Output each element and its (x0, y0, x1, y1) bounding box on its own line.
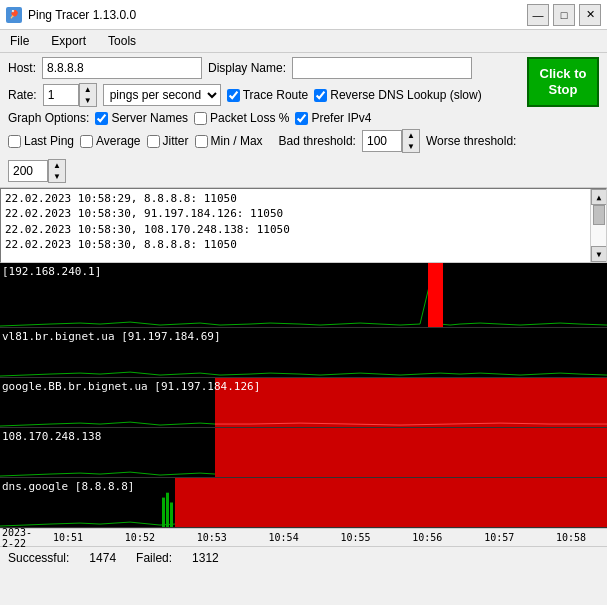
log-line-3: 22.02.2023 10:58:30, 8.8.8.8: 11050 (5, 237, 602, 252)
chart-label-3: 108.170.248.138 (2, 430, 101, 443)
chart-container: [192.168.240.1] vl81.br.bignet.ua [91.19… (0, 263, 607, 528)
rate-up-button[interactable]: ▲ (80, 84, 96, 95)
stop-button[interactable]: Click to Stop (527, 57, 599, 107)
bad-threshold-input[interactable] (362, 130, 402, 152)
worse-threshold-input[interactable] (8, 160, 48, 182)
trace-route-checkbox[interactable] (227, 89, 240, 102)
jitter-label[interactable]: Jitter (163, 134, 189, 148)
successful-label: Successful: (8, 551, 69, 565)
time-label-7: 10:58 (535, 532, 607, 543)
rate-label: Rate: (8, 88, 37, 102)
graph-options-label: Graph Options: (8, 111, 89, 125)
log-scroll-up[interactable]: ▲ (591, 189, 607, 205)
title-bar: 🏓 Ping Tracer 1.13.0.0 — □ ✕ (0, 0, 607, 30)
log-line-0: 22.02.2023 10:58:29, 8.8.8.8: 11050 (5, 191, 602, 206)
log-area[interactable]: 22.02.2023 10:58:29, 8.8.8.8: 11050 22.0… (0, 188, 607, 263)
svg-rect-2 (215, 378, 607, 427)
worse-threshold-up[interactable]: ▲ (49, 160, 65, 171)
host-label: Host: (8, 61, 36, 75)
reverse-dns-checkbox-wrap: Reverse DNS Lookup (slow) (314, 88, 481, 102)
controls-area: Host: Display Name: Rate: ▲ ▼ pings per … (0, 53, 607, 188)
last-ping-label[interactable]: Last Ping (24, 134, 74, 148)
packet-loss-label[interactable]: Packet Loss % (210, 111, 289, 125)
rate-spinner: ▲ ▼ (43, 83, 97, 107)
title-controls: — □ ✕ (527, 4, 601, 26)
svg-rect-9 (175, 478, 607, 527)
svg-rect-4 (215, 428, 607, 477)
worse-threshold-down[interactable]: ▼ (49, 171, 65, 182)
log-scroll-thumb[interactable] (593, 205, 605, 225)
close-button[interactable]: ✕ (579, 4, 601, 26)
svg-rect-7 (166, 493, 169, 527)
chart-row-2: google.BB.br.bignet.ua [91.197.184.126] (0, 378, 607, 428)
rate-down-button[interactable]: ▼ (80, 95, 96, 106)
svg-rect-8 (170, 503, 173, 528)
bad-threshold-down[interactable]: ▼ (403, 141, 419, 152)
host-input[interactable] (42, 57, 202, 79)
display-name-input[interactable] (292, 57, 472, 79)
trace-route-checkbox-wrap: Trace Route (227, 88, 309, 102)
failed-label: Failed: (136, 551, 172, 565)
packet-loss-checkbox[interactable] (194, 112, 207, 125)
worse-threshold-label: Worse threshold: (426, 134, 517, 148)
time-label-6: 10:57 (463, 532, 535, 543)
time-start-label: 2023-2-22 (0, 527, 32, 549)
controls-left: Host: Display Name: Rate: ▲ ▼ pings per … (8, 57, 521, 183)
bad-threshold-up[interactable]: ▲ (403, 130, 419, 141)
chart-label-0: [192.168.240.1] (2, 265, 101, 278)
reverse-dns-label[interactable]: Reverse DNS Lookup (slow) (330, 88, 481, 102)
time-label-1: 10:52 (104, 532, 176, 543)
reverse-dns-checkbox[interactable] (314, 89, 327, 102)
last-ping-checkbox[interactable] (8, 135, 21, 148)
log-scroll-track[interactable] (591, 205, 606, 246)
server-names-label[interactable]: Server Names (111, 111, 188, 125)
trace-route-label[interactable]: Trace Route (243, 88, 309, 102)
menu-file[interactable]: File (4, 32, 35, 50)
log-line-1: 22.02.2023 10:58:30, 91.197.184.126: 110… (5, 206, 602, 221)
menu-bar: File Export Tools (0, 30, 607, 53)
server-names-checkbox[interactable] (95, 112, 108, 125)
chart-row-4: dns.google [8.8.8.8] (0, 478, 607, 528)
status-bar: Successful: 1474 Failed: 1312 (0, 546, 607, 568)
display-name-label: Display Name: (208, 61, 286, 75)
min-max-checkbox[interactable] (195, 135, 208, 148)
log-scrollbar[interactable]: ▲ ▼ (590, 189, 606, 262)
average-label[interactable]: Average (96, 134, 140, 148)
chart-row-1: vl81.br.bignet.ua [91.197.184.69] (0, 328, 607, 378)
chart-row-3: 108.170.248.138 (0, 428, 607, 478)
time-label-2: 10:53 (176, 532, 248, 543)
chart-label-4: dns.google [8.8.8.8] (2, 480, 134, 493)
jitter-checkbox[interactable] (147, 135, 160, 148)
app-icon: 🏓 (6, 7, 22, 23)
time-label-3: 10:54 (248, 532, 320, 543)
time-label-5: 10:56 (391, 532, 463, 543)
prefer-ipv4-label[interactable]: Prefer IPv4 (311, 111, 371, 125)
average-checkbox[interactable] (80, 135, 93, 148)
prefer-ipv4-checkbox[interactable] (295, 112, 308, 125)
log-line-2: 22.02.2023 10:58:30, 108.170.248.138: 11… (5, 222, 602, 237)
chart-label-1: vl81.br.bignet.ua [91.197.184.69] (2, 330, 221, 343)
svg-rect-6 (162, 498, 165, 527)
rate-value-input[interactable] (43, 84, 79, 106)
bad-threshold-label: Bad threshold: (279, 134, 356, 148)
log-scroll-down[interactable]: ▼ (591, 246, 607, 262)
chart-row-0: [192.168.240.1] (0, 263, 607, 328)
successful-value: 1474 (89, 551, 116, 565)
stop-button-container: Click to Stop (527, 57, 599, 107)
maximize-button[interactable]: □ (553, 4, 575, 26)
min-max-label[interactable]: Min / Max (211, 134, 263, 148)
window-title: Ping Tracer 1.13.0.0 (28, 8, 527, 22)
menu-export[interactable]: Export (45, 32, 92, 50)
menu-tools[interactable]: Tools (102, 32, 142, 50)
rate-unit-select[interactable]: pings per second pings per minute (103, 84, 221, 106)
svg-rect-0 (428, 263, 443, 327)
time-label-0: 10:51 (32, 532, 104, 543)
chart-label-2: google.BB.br.bignet.ua [91.197.184.126] (2, 380, 260, 393)
time-label-4: 10:55 (320, 532, 392, 543)
time-axis: 2023-2-22 10:51 10:52 10:53 10:54 10:55 … (0, 528, 607, 546)
minimize-button[interactable]: — (527, 4, 549, 26)
failed-value: 1312 (192, 551, 219, 565)
